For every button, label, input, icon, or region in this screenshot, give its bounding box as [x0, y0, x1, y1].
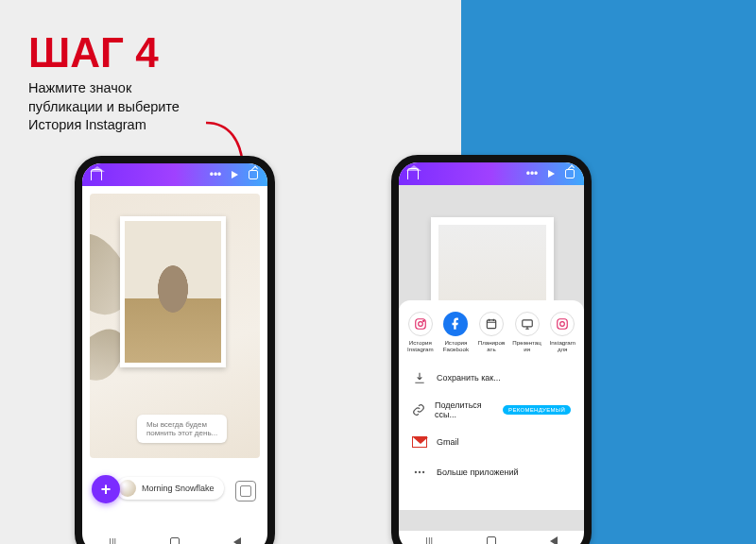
design-canvas[interactable]: Мы всегда будем помнить этот день... Mor…: [82, 186, 267, 532]
svg-point-6: [560, 322, 565, 327]
story-photo[interactable]: [120, 216, 226, 367]
more-icon[interactable]: •••: [525, 167, 539, 180]
story-card[interactable]: Мы всегда будем помнить этот день...: [90, 194, 260, 458]
app-toolbar: •••: [399, 162, 584, 185]
author-name: Morning Snowflake: [142, 484, 215, 493]
back-nav-icon[interactable]: [233, 537, 241, 544]
recents-icon[interactable]: |||: [425, 536, 433, 545]
android-navbar: |||: [82, 532, 267, 544]
app-toolbar: •••: [82, 163, 267, 186]
facebook-icon: [443, 312, 468, 336]
share-target-instagram-story[interactable]: История Instagram: [403, 312, 438, 353]
present-icon: [515, 312, 540, 336]
home-nav-icon[interactable]: [487, 536, 496, 544]
option-gmail[interactable]: Gmail: [399, 427, 584, 457]
add-page-button[interactable]: +: [92, 475, 120, 503]
share-icon[interactable]: [563, 167, 576, 180]
home-nav-icon[interactable]: [170, 537, 180, 544]
option-share-link[interactable]: Поделиться ссы... РЕКОМЕНДУЕМЫЙ: [399, 393, 584, 427]
svg-point-9: [422, 470, 424, 472]
share-target-facebook-story[interactable]: История Facebook: [438, 312, 474, 353]
recents-icon[interactable]: |||: [109, 537, 116, 545]
tutorial-heading: ШАГ 4 Нажмите значок публикации и выбери…: [28, 32, 180, 135]
svg-point-7: [415, 470, 417, 472]
option-save-as[interactable]: Сохранить как...: [399, 363, 584, 393]
share-targets-row: История Instagram История Facebook Плани…: [399, 308, 584, 353]
play-icon[interactable]: [228, 168, 241, 181]
share-target-instagram[interactable]: Instagram для: [544, 312, 580, 353]
download-icon: [412, 370, 427, 385]
svg-rect-4: [522, 320, 532, 327]
recommended-badge: РЕКОМЕНДУЕМЫЙ: [503, 405, 571, 415]
back-nav-icon[interactable]: [550, 536, 558, 544]
phone-mockup-right: ••• История Instagram: [391, 155, 592, 544]
play-icon[interactable]: [544, 167, 558, 180]
step-title: ШАГ 4: [28, 32, 180, 74]
instagram-icon: [550, 312, 575, 336]
option-more-apps[interactable]: Больше приложений: [399, 457, 584, 487]
android-navbar: |||: [399, 531, 584, 544]
svg-point-1: [418, 322, 422, 327]
svg-rect-5: [558, 319, 568, 330]
more-icon[interactable]: •••: [209, 168, 222, 181]
share-target-present[interactable]: Презентац ия: [509, 312, 545, 353]
svg-point-8: [419, 470, 421, 472]
story-caption[interactable]: Мы всегда будем помнить этот день...: [137, 415, 227, 443]
instagram-icon: [408, 312, 433, 336]
share-sheet: История Instagram История Facebook Плани…: [399, 300, 584, 510]
avatar: [119, 480, 136, 497]
svg-point-2: [422, 320, 423, 321]
share-target-schedule[interactable]: Планиров ать: [473, 312, 509, 353]
share-icon[interactable]: [247, 168, 260, 181]
phone-mockup-left: ••• Мы всегда будем помнить этот день...…: [75, 156, 275, 544]
calendar-icon: [479, 312, 504, 336]
step-description: Нажмите значок публикации и выберите Ист…: [28, 79, 180, 135]
more-apps-icon: [412, 465, 427, 480]
link-icon: [412, 402, 425, 417]
pages-icon[interactable]: [235, 481, 256, 502]
home-icon[interactable]: [90, 168, 103, 181]
author-chip[interactable]: Morning Snowflake: [116, 477, 224, 500]
gmail-icon: [412, 434, 427, 450]
svg-rect-3: [487, 320, 495, 329]
home-icon[interactable]: [406, 167, 420, 180]
